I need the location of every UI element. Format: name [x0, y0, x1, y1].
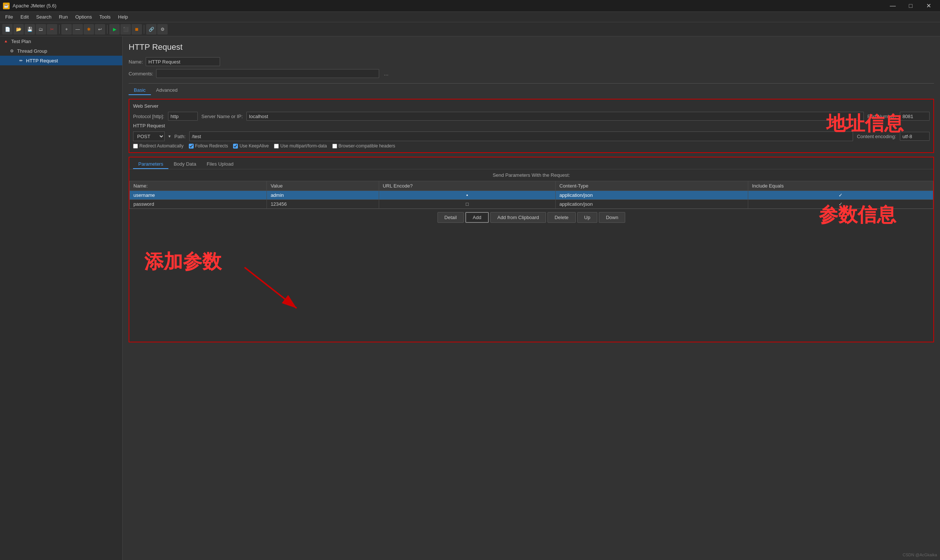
- sidebar-item-thread-group[interactable]: ⚙ Thread Group: [0, 46, 122, 56]
- divider: [129, 83, 934, 83]
- close-button[interactable]: ✕: [920, 0, 937, 12]
- main-layout: 🔺 Test Plan ⚙ Thread Group ✏ HTTP Reques…: [0, 36, 940, 560]
- tab-parameters[interactable]: Parameters: [133, 160, 168, 169]
- protocol-label: Protocol [http]:: [133, 114, 164, 119]
- port-label: Port Number:: [867, 114, 896, 119]
- menu-help[interactable]: Help: [114, 13, 132, 21]
- tab-basic[interactable]: Basic: [129, 86, 151, 95]
- add-clipboard-button[interactable]: Add from Clipboard: [490, 212, 546, 223]
- col-name: Name:: [130, 181, 267, 191]
- use-keepalive-checkbox[interactable]: Use KeepAlive: [233, 143, 269, 149]
- toolbar-stop2[interactable]: ⏹: [131, 24, 142, 35]
- send-params-label: Send Parameters With the Request:: [129, 169, 933, 181]
- detail-button[interactable]: Detail: [437, 212, 464, 223]
- add-button[interactable]: Add: [465, 212, 489, 223]
- toolbar-cut[interactable]: ✂: [47, 24, 57, 35]
- row1-urlencode: ▪: [379, 191, 555, 200]
- protocol-input[interactable]: [168, 112, 198, 121]
- col-value: Value: [267, 181, 379, 191]
- main-tabs: Basic Advanced: [129, 86, 934, 95]
- app-icon: ☕: [3, 3, 10, 9]
- bottom-buttons: Detail Add Add from Clipboard Delete Up …: [129, 209, 933, 226]
- row2-include: ✓: [748, 200, 933, 209]
- menu-run[interactable]: Run: [56, 13, 72, 21]
- row1-name: username: [130, 191, 267, 200]
- up-button[interactable]: Up: [577, 212, 598, 223]
- toolbar-paste[interactable]: —: [73, 24, 83, 35]
- comments-input[interactable]: [156, 69, 379, 78]
- menu-file[interactable]: File: [2, 13, 17, 21]
- toolbar-run[interactable]: ▶: [109, 24, 120, 35]
- web-server-section: Web Server Protocol [http]: Server Name …: [129, 99, 934, 153]
- down-button[interactable]: Down: [599, 212, 625, 223]
- comments-row: Comments: …: [129, 69, 934, 78]
- path-input[interactable]: [189, 131, 853, 141]
- http-request-sublabel: HTTP Request: [133, 123, 929, 128]
- row1-value: admin: [267, 191, 379, 200]
- tab-body-data[interactable]: Body Data: [168, 160, 201, 169]
- tab-files-upload[interactable]: Files Upload: [201, 160, 239, 169]
- method-select[interactable]: POST GET PUT DELETE: [133, 131, 165, 141]
- menu-edit[interactable]: Edit: [17, 13, 32, 21]
- server-input[interactable]: [247, 112, 864, 121]
- encoding-label: Content encoding:: [857, 134, 896, 139]
- window-controls: — □ ✕: [884, 0, 937, 12]
- toolbar-open[interactable]: 📂: [13, 24, 24, 35]
- menu-bar: File Edit Search Run Options Tools Help: [0, 12, 940, 22]
- content-inner: HTTP Request Name: Comments: … Basic Adv…: [129, 42, 934, 554]
- params-section: Parameters Body Data Files Upload Send P…: [129, 157, 934, 342]
- title-bar-left: ☕ Apache JMeter (5.6): [3, 3, 57, 9]
- params-tabs: Parameters Body Data Files Upload: [129, 157, 933, 169]
- watermark: CSDN @AcGkaika: [903, 552, 937, 557]
- delete-button[interactable]: Delete: [548, 212, 576, 223]
- row2-value: 123456: [267, 200, 379, 209]
- row2-urlencode: □: [379, 200, 555, 209]
- web-server-header: Web Server: [133, 103, 929, 109]
- svg-line-1: [245, 268, 296, 308]
- sidebar-item-test-plan[interactable]: 🔺 Test Plan: [0, 36, 122, 46]
- sidebar-item-http-request[interactable]: ✏ HTTP Request: [0, 56, 122, 65]
- col-include-equals: Include Equals: [748, 181, 933, 191]
- redirect-auto-checkbox[interactable]: Redirect Automatically: [133, 143, 184, 149]
- table-row[interactable]: username admin ▪ application/json ✓: [130, 191, 933, 200]
- add-param-annotation: 添加参数: [144, 249, 222, 275]
- method-path-row: POST GET PUT DELETE ▾ Path: Content enco…: [133, 131, 929, 141]
- toolbar-delete[interactable]: ✱: [83, 24, 94, 35]
- params-table: Name: Value URL Encode? Content-Type Inc…: [129, 181, 933, 209]
- title-bar: ☕ Apache JMeter (5.6) — □ ✕: [0, 0, 940, 12]
- toolbar-stop[interactable]: ⬛: [120, 24, 131, 35]
- encoding-input[interactable]: [900, 132, 929, 141]
- toolbar-save[interactable]: 💾: [25, 24, 35, 35]
- toolbar: 📄 📂 💾 🗂 ✂ + — ✱ ↩ ▶ ⬛ ⏹ 🔗 ⚙: [0, 22, 940, 36]
- follow-redirects-checkbox[interactable]: Follow Redirects: [189, 143, 228, 149]
- name-label: Name:: [129, 59, 143, 65]
- toolbar-remote[interactable]: 🔗: [146, 24, 156, 35]
- content-area: HTTP Request Name: Comments: … Basic Adv…: [123, 36, 940, 560]
- multipart-checkbox[interactable]: Use multipart/form-data: [274, 143, 327, 149]
- table-row[interactable]: password 123456 □ application/json ✓: [130, 200, 933, 209]
- app-title: Apache JMeter (5.6): [12, 3, 57, 9]
- server-label: Server Name or IP:: [201, 114, 243, 119]
- toolbar-save-all[interactable]: 🗂: [36, 24, 46, 35]
- sidebar-item-test-plan-label: Test Plan: [11, 38, 31, 44]
- toolbar-sep3: [144, 25, 144, 34]
- panel-title: HTTP Request: [129, 42, 934, 52]
- toolbar-undo[interactable]: ↩: [95, 24, 105, 35]
- port-input[interactable]: [900, 112, 929, 121]
- row2-name: password: [130, 200, 267, 209]
- menu-tools[interactable]: Tools: [96, 13, 114, 21]
- menu-search[interactable]: Search: [32, 13, 55, 21]
- maximize-button[interactable]: □: [902, 0, 919, 12]
- toolbar-settings[interactable]: ⚙: [157, 24, 168, 35]
- row1-include: ✓: [748, 191, 933, 200]
- test-plan-icon: 🔺: [3, 38, 9, 44]
- toolbar-copy[interactable]: +: [61, 24, 72, 35]
- menu-options[interactable]: Options: [71, 13, 96, 21]
- minimize-button[interactable]: —: [884, 0, 901, 12]
- tab-advanced[interactable]: Advanced: [151, 86, 183, 95]
- toolbar-new[interactable]: 📄: [2, 24, 12, 35]
- toolbar-sep2: [107, 25, 107, 34]
- thread-group-icon: ⚙: [9, 48, 15, 54]
- name-input[interactable]: [146, 57, 220, 66]
- browser-compat-checkbox[interactable]: Browser-compatible headers: [332, 143, 395, 149]
